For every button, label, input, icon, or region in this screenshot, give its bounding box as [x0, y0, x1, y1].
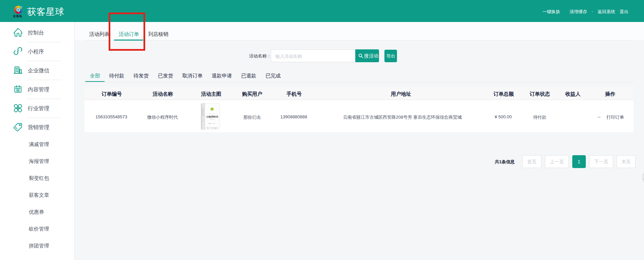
svg-text:电子工业出版社: 电子工业出版社	[206, 127, 218, 129]
svg-text:小程序时代: 小程序时代	[206, 115, 219, 118]
